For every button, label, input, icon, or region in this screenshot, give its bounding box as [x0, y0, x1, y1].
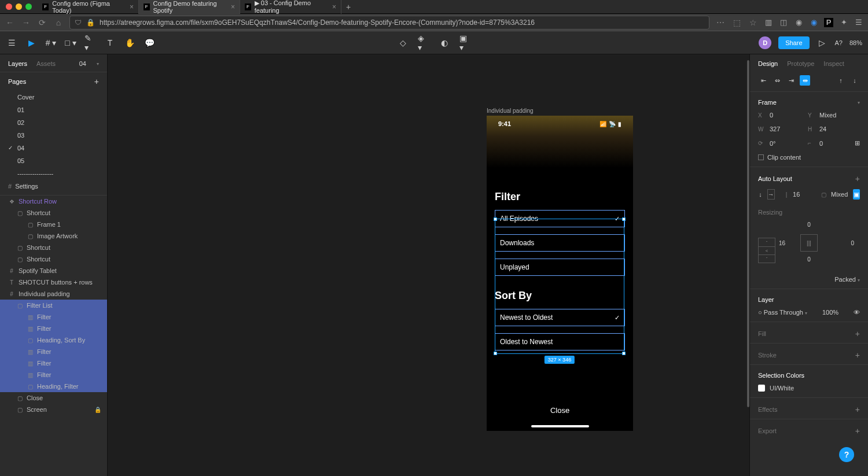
visibility-icon[interactable]: 👁: [854, 309, 860, 316]
hand-tool-icon[interactable]: ✋: [124, 37, 135, 49]
layer-item[interactable]: ▥Filter: [0, 357, 107, 369]
tab-prototype[interactable]: Prototype: [787, 60, 814, 67]
option-newest[interactable]: Newest to Oldest ✓: [495, 309, 625, 326]
gap-input[interactable]: 16: [793, 191, 810, 198]
share-button[interactable]: Share: [778, 36, 809, 49]
layer-item[interactable]: ▢Shortcut: [0, 207, 107, 219]
layer-item[interactable]: ▢Screen🔒: [0, 404, 107, 415]
sidebar-icon[interactable]: ◫: [779, 18, 788, 27]
canvas-scrollbar[interactable]: [747, 54, 749, 476]
reload-button[interactable]: ⟳: [37, 18, 47, 27]
layer-item[interactable]: ▢Close: [0, 392, 107, 404]
home-button[interactable]: ⌂: [53, 18, 64, 27]
union-icon[interactable]: ▣ ▾: [459, 37, 471, 49]
pad-top-input[interactable]: 0: [807, 222, 811, 228]
blend-dropdown[interactable]: ○ Pass Through ▾: [758, 309, 807, 316]
close-tab-icon[interactable]: ×: [332, 3, 336, 11]
chevron-down-icon[interactable]: ▾: [858, 100, 860, 105]
close-button[interactable]: Close: [487, 406, 633, 415]
page-item[interactable]: 05: [0, 154, 107, 167]
align-top-icon[interactable]: ↑: [836, 75, 846, 86]
page-item[interactable]: Cover: [0, 91, 107, 104]
radius-input[interactable]: 0: [819, 140, 837, 147]
add-effect-button[interactable]: +: [855, 405, 860, 414]
component-icon[interactable]: ◇: [397, 37, 409, 49]
layer-item[interactable]: #Spotify Tablet: [0, 265, 107, 276]
frame-label[interactable]: Individual padding: [487, 108, 534, 114]
new-tab-button[interactable]: +: [341, 2, 355, 12]
independent-corners-icon[interactable]: ⊞: [855, 139, 860, 147]
add-auto-layout-button[interactable]: +: [855, 174, 860, 183]
h-input[interactable]: 24: [819, 126, 837, 132]
url-input[interactable]: 🛡 🔒 https://atreegrows.figma.com/file/sx…: [69, 16, 709, 29]
ext-icon[interactable]: ◉: [809, 18, 818, 27]
layer-item[interactable]: #Individual padding: [0, 288, 107, 300]
lock-icon[interactable]: 🔒: [94, 407, 101, 413]
tab-assets[interactable]: Assets: [36, 60, 56, 67]
align-bottom-icon[interactable]: ↓: [849, 75, 860, 86]
layer-item[interactable]: ▢Heading, Sort By: [0, 334, 107, 346]
option-all-episodes[interactable]: All Episodes ✓: [495, 210, 625, 227]
x-input[interactable]: 0: [770, 112, 787, 119]
text-tool-icon[interactable]: T: [104, 37, 116, 49]
chevron-down-icon[interactable]: ▾: [97, 61, 99, 67]
horizontal-dir-icon[interactable]: →: [767, 189, 775, 200]
clip-content-checkbox[interactable]: Clip content: [758, 154, 801, 161]
close-tab-icon[interactable]: ×: [231, 3, 235, 11]
layer-item[interactable]: ❖Shortcut Row: [0, 195, 107, 207]
close-window-icon[interactable]: [6, 3, 12, 10]
scrollbar-thumb[interactable]: [747, 60, 749, 407]
pen-tool-icon[interactable]: ✎ ▾: [84, 37, 96, 49]
align-box-icon[interactable]: |||: [800, 234, 818, 252]
menu-icon[interactable]: ☰: [6, 37, 17, 49]
canvas[interactable]: Individual padding 9:41 📶 📡 ▮ Filter All…: [108, 54, 749, 476]
add-fill-button[interactable]: +: [855, 329, 860, 338]
layer-item[interactable]: ▢Heading, Filter: [0, 381, 107, 392]
menu-icon[interactable]: ☰: [854, 18, 863, 27]
current-page-indicator[interactable]: 04: [79, 60, 86, 67]
minimize-window-icon[interactable]: [16, 3, 22, 10]
layer-item[interactable]: ▢Frame 1: [0, 219, 107, 230]
add-export-button[interactable]: +: [855, 426, 860, 436]
align-left-icon[interactable]: ⇤: [758, 75, 768, 86]
packed-dropdown[interactable]: Packed ▾: [834, 276, 860, 283]
w-input[interactable]: 327: [770, 126, 787, 132]
zoom-level[interactable]: 88%: [849, 39, 862, 46]
layer-item[interactable]: ▢Filter List: [0, 300, 107, 311]
page-item[interactable]: 01: [0, 104, 107, 116]
resizing-dropdown[interactable]: ˆ < ˇ: [758, 238, 775, 263]
layer-item[interactable]: ▥Filter: [0, 323, 107, 334]
page-item[interactable]: 02: [0, 116, 107, 129]
pad-left-input[interactable]: 16: [779, 240, 785, 246]
shape-tool-icon[interactable]: □ ▾: [65, 37, 76, 49]
account-icon[interactable]: ◉: [794, 18, 803, 27]
user-avatar[interactable]: D: [759, 36, 771, 49]
close-tab-icon[interactable]: ×: [130, 3, 134, 11]
help-button[interactable]: ?: [839, 447, 854, 462]
rotation-input[interactable]: 0°: [770, 140, 787, 147]
page-item[interactable]: #Settings: [0, 180, 107, 193]
browser-tab-0[interactable]: F Config demo (Figma Today) ×: [38, 0, 139, 14]
pad-bottom-input[interactable]: 0: [807, 256, 811, 263]
add-stroke-button[interactable]: +: [855, 350, 860, 360]
move-tool-icon[interactable]: ▶: [25, 37, 37, 49]
mask-icon[interactable]: ◐: [439, 37, 450, 49]
back-button[interactable]: ←: [5, 18, 15, 27]
browser-tab-1[interactable]: F Config Demo featuring Spotify ×: [139, 0, 240, 14]
variant-icon[interactable]: ◈ ▾: [418, 37, 429, 49]
option-unplayed[interactable]: Unplayed: [495, 259, 625, 276]
maximize-window-icon[interactable]: [25, 3, 32, 10]
layer-item[interactable]: TSHOTCUT buttons + rows: [0, 276, 107, 288]
tab-inspect[interactable]: Inspect: [823, 60, 844, 67]
ext-p-icon[interactable]: P: [824, 18, 833, 27]
reader-icon[interactable]: ⬚: [731, 18, 742, 27]
align-right-icon[interactable]: ⇥: [786, 75, 796, 86]
ext-butterfly-icon[interactable]: ✦: [839, 18, 848, 27]
vertical-dir-icon[interactable]: ↓: [758, 189, 763, 200]
bookmark-icon[interactable]: ☆: [748, 18, 758, 27]
layer-item[interactable]: ▥Filter: [0, 311, 107, 323]
layer-item[interactable]: ▢Shortcut: [0, 253, 107, 265]
zoom-a-label[interactable]: A?: [835, 39, 843, 46]
pad-right-input[interactable]: 0: [851, 240, 854, 246]
present-icon[interactable]: ▷: [816, 37, 828, 49]
